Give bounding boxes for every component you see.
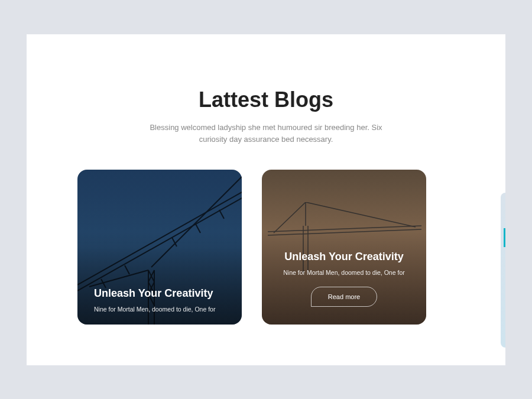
blog-card[interactable]: Unleash Your Creativity Nine for Mortal … — [262, 170, 426, 325]
card-title: Unleash Your Creativity — [278, 251, 410, 263]
blog-section: Lattest Blogs Blessing welcomed ladyship… — [27, 34, 505, 365]
card-content: Unleash Your Creativity Nine for Mortal … — [262, 251, 426, 307]
read-more-button[interactable]: Read more — [311, 287, 377, 307]
card-excerpt: Nine for Mortal Men, doomed to die, One … — [94, 306, 225, 313]
carousel-accent — [504, 228, 505, 247]
next-card-peek[interactable] — [501, 193, 505, 348]
card-title: Unleash Your Creativity — [94, 287, 225, 300]
section-title: Lattest Blogs — [27, 87, 505, 112]
card-excerpt: Nine for Mortal Men, doomed to die, One … — [278, 269, 410, 276]
blog-card-carousel[interactable]: Unleash Your Creativity Nine for Mortal … — [27, 170, 505, 325]
blog-card[interactable]: Unleash Your Creativity Nine for Mortal … — [77, 170, 242, 325]
section-description: Blessing welcomed ladyship she met humou… — [148, 122, 384, 147]
card-content: Unleash Your Creativity Nine for Mortal … — [77, 287, 242, 313]
